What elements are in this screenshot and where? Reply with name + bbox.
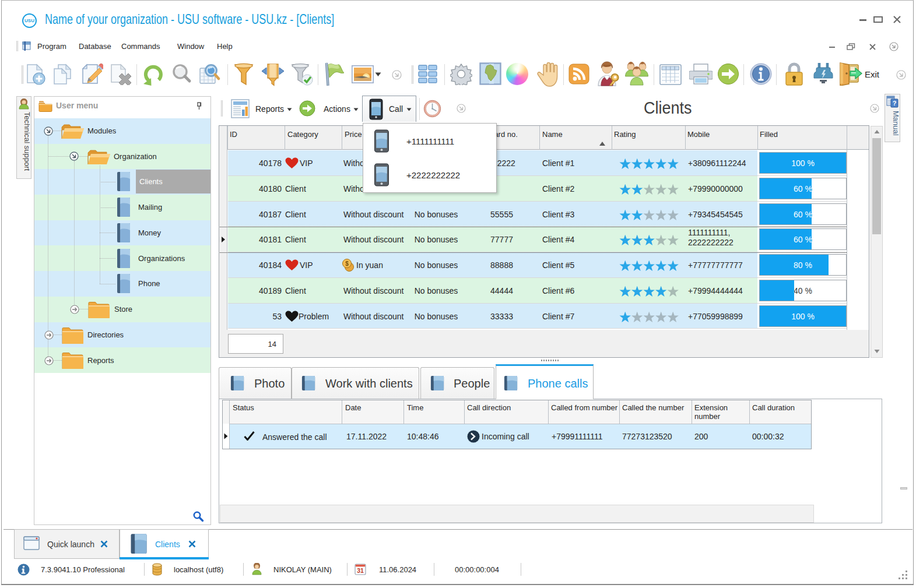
svg-text:31: 31 <box>357 567 364 574</box>
svg-text:?: ? <box>893 100 897 107</box>
svg-text:$: $ <box>345 260 349 267</box>
